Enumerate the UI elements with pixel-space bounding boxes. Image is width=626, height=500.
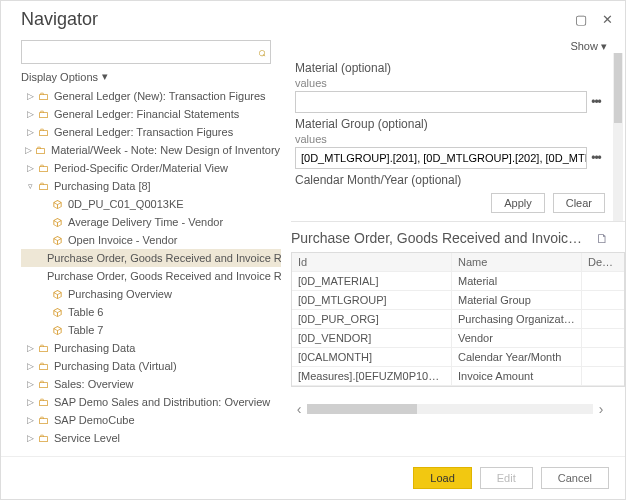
display-options-dropdown[interactable]: Display Options ▾ bbox=[21, 70, 281, 83]
tree-folder[interactable]: ▷🗀General Ledger (New): Transaction Figu… bbox=[21, 87, 281, 105]
cell-name: Purchasing Organization bbox=[452, 310, 582, 328]
expand-icon[interactable]: ▷ bbox=[25, 109, 35, 119]
tree-folder[interactable]: ▷🗀SAP Demo Sales and Distribution: Overv… bbox=[21, 393, 281, 411]
load-button[interactable]: Load bbox=[413, 467, 471, 489]
table-row[interactable]: [0D_MTLGROUP]Material Group bbox=[292, 291, 624, 310]
navigator-tree: ▷🗀General Ledger (New): Transaction Figu… bbox=[21, 87, 281, 456]
param-calmonth-label: Calendar Month/Year (optional) bbox=[295, 173, 625, 187]
chevron-down-icon: ▾ bbox=[601, 40, 607, 52]
minimize-button[interactable]: ▢ bbox=[573, 12, 589, 28]
folder-icon: 🗀 bbox=[38, 162, 49, 174]
column-description[interactable]: Description bbox=[582, 253, 624, 271]
tree-label: Open Invoice - Vendor bbox=[68, 234, 177, 246]
column-name[interactable]: Name bbox=[452, 253, 582, 271]
preview-title: Purchase Order, Goods Received and Invoi… bbox=[291, 230, 588, 246]
param-material-label: Material (optional) bbox=[295, 61, 625, 75]
expand-icon[interactable]: ▷ bbox=[25, 379, 35, 389]
expand-icon[interactable]: ▿ bbox=[25, 181, 35, 191]
tree-item[interactable]: Purchasing Overview bbox=[21, 285, 281, 303]
clear-button[interactable]: Clear bbox=[553, 193, 605, 213]
tree-item[interactable]: Average Delivery Time - Vendor bbox=[21, 213, 281, 231]
cell-name: Material bbox=[452, 272, 582, 290]
tree-label: Service Level bbox=[54, 432, 120, 444]
table-row[interactable]: [0D_PUR_ORG]Purchasing Organization bbox=[292, 310, 624, 329]
tree-item[interactable]: Purchase Order, Goods Received and Invoi… bbox=[21, 249, 281, 267]
expand-icon[interactable]: ▷ bbox=[25, 145, 32, 155]
tree-item[interactable]: Table 7 bbox=[21, 321, 281, 339]
expand-icon[interactable]: ▷ bbox=[25, 415, 35, 425]
search-input[interactable] bbox=[21, 40, 271, 64]
tree-folder[interactable]: ▷🗀Service Level bbox=[21, 429, 281, 447]
tree-folder[interactable]: ▷🗀Sales: Overview bbox=[21, 375, 281, 393]
tree-label: Purchasing Data [8] bbox=[54, 180, 151, 192]
scroll-left-icon[interactable]: ‹ bbox=[291, 401, 307, 417]
chevron-down-icon: ▾ bbox=[102, 70, 108, 83]
horizontal-scrollbar[interactable]: ‹ › bbox=[291, 401, 609, 417]
folder-icon: 🗀 bbox=[38, 342, 49, 354]
folder-icon: 🗀 bbox=[38, 180, 49, 192]
param-material-input[interactable] bbox=[295, 91, 587, 113]
cancel-button[interactable]: Cancel bbox=[541, 467, 609, 489]
column-id[interactable]: Id bbox=[292, 253, 452, 271]
tree-label: Table 7 bbox=[68, 324, 103, 336]
expand-icon[interactable]: ▷ bbox=[25, 343, 35, 353]
cell-desc bbox=[582, 291, 624, 309]
param-material-group-label: Material Group (optional) bbox=[295, 117, 625, 131]
cell-desc bbox=[582, 272, 624, 290]
param-material-more-button[interactable]: ••• bbox=[587, 95, 605, 109]
params-scrollbar[interactable] bbox=[613, 53, 623, 221]
expand-icon[interactable]: ▷ bbox=[25, 361, 35, 371]
show-dropdown[interactable]: Show ▾ bbox=[570, 40, 607, 53]
tree-folder[interactable]: ▷🗀General Ledger: Financial Statements bbox=[21, 105, 281, 123]
param-material-sublabel: values bbox=[295, 77, 625, 89]
param-material-group-input[interactable]: [0D_MTLGROUP].[201], [0D_MTLGROUP].[202]… bbox=[295, 147, 587, 169]
cell-name: Invoice Amount bbox=[452, 367, 582, 385]
tree-item[interactable]: 0D_PU_C01_Q0013KE bbox=[21, 195, 281, 213]
tree-folder[interactable]: ▷🗀SAP DemoCube bbox=[21, 411, 281, 429]
expand-icon[interactable]: ▷ bbox=[25, 163, 35, 173]
cell-desc bbox=[582, 348, 624, 366]
dialog-title: Navigator bbox=[21, 9, 573, 30]
cell-desc bbox=[582, 310, 624, 328]
folder-icon: 🗀 bbox=[38, 108, 49, 120]
table-row[interactable]: [0D_VENDOR]Vendor bbox=[292, 329, 624, 348]
cell-id: [0D_MATERIAL] bbox=[292, 272, 452, 290]
param-material-group-more-button[interactable]: ••• bbox=[587, 151, 605, 165]
tree-label: Purchasing Data (Virtual) bbox=[54, 360, 177, 372]
tree-label: General Ledger (New): Transaction Figure… bbox=[54, 90, 266, 102]
tree-scroll[interactable]: ▷🗀General Ledger (New): Transaction Figu… bbox=[21, 87, 281, 456]
cell-desc bbox=[582, 329, 624, 347]
table-row[interactable]: [Measures].[0EFUZM0P10X72MBPOYVBYISWVInv… bbox=[292, 367, 624, 386]
cell-id: [0D_MTLGROUP] bbox=[292, 291, 452, 309]
apply-button[interactable]: Apply bbox=[491, 193, 545, 213]
table-row[interactable]: [0CALMONTH]Calendar Year/Month bbox=[292, 348, 624, 367]
folder-icon: 🗀 bbox=[38, 396, 49, 408]
cell-id: [Measures].[0EFUZM0P10X72MBPOYVBYISWV bbox=[292, 367, 452, 385]
close-button[interactable]: ✕ bbox=[599, 12, 615, 28]
tree-label: SAP DemoCube bbox=[54, 414, 135, 426]
tree-label: 0D_PU_C01_Q0013KE bbox=[68, 198, 184, 210]
tree-folder[interactable]: ▷🗀General Ledger: Transaction Figures bbox=[21, 123, 281, 141]
tree-folder[interactable]: ▷🗀Purchasing Data bbox=[21, 339, 281, 357]
cell-id: [0D_VENDOR] bbox=[292, 329, 452, 347]
expand-icon[interactable]: ▷ bbox=[25, 397, 35, 407]
tree-item[interactable]: Table 6 bbox=[21, 303, 281, 321]
folder-icon: 🗀 bbox=[38, 90, 49, 102]
expand-icon[interactable]: ▷ bbox=[25, 127, 35, 137]
param-material-group-sublabel: values bbox=[295, 133, 625, 145]
tree-folder[interactable]: ▷🗀Purchasing Data (Virtual) bbox=[21, 357, 281, 375]
expand-icon[interactable]: ▷ bbox=[25, 91, 35, 101]
tree-folder[interactable]: ▿🗀Purchasing Data [8] bbox=[21, 177, 281, 195]
expand-icon[interactable]: ▷ bbox=[25, 433, 35, 443]
tree-folder[interactable]: ▷🗀Material/Week - Note: New Design of In… bbox=[21, 141, 281, 159]
tree-label: Period-Specific Order/Material View bbox=[54, 162, 228, 174]
tree-item[interactable]: Open Invoice - Vendor bbox=[21, 231, 281, 249]
preview-table: Id Name Description [0D_MATERIAL]Materia… bbox=[291, 252, 625, 387]
cell-id: [0D_PUR_ORG] bbox=[292, 310, 452, 328]
scroll-right-icon[interactable]: › bbox=[593, 401, 609, 417]
tree-label: General Ledger: Financial Statements bbox=[54, 108, 239, 120]
preview-options-icon[interactable]: 🗋 bbox=[596, 231, 609, 246]
tree-folder[interactable]: ▷🗀Period-Specific Order/Material View bbox=[21, 159, 281, 177]
table-row[interactable]: [0D_MATERIAL]Material bbox=[292, 272, 624, 291]
tree-item[interactable]: Purchase Order, Goods Received and Invoi… bbox=[21, 267, 281, 285]
